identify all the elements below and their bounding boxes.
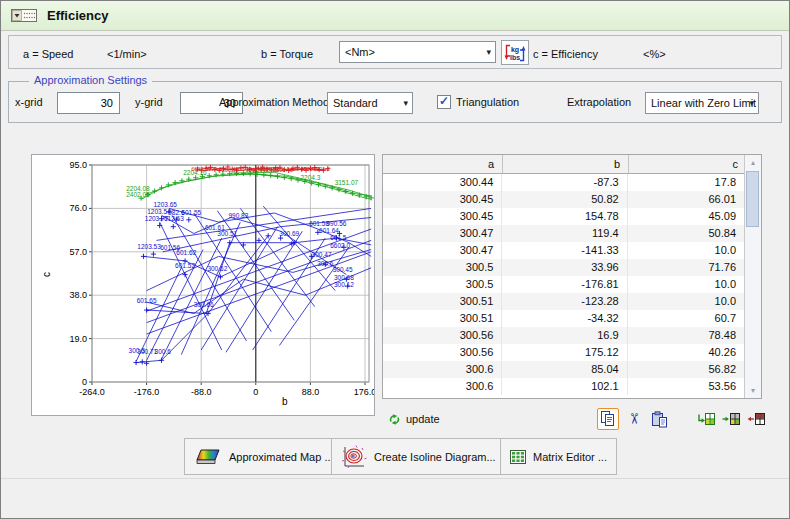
cell-c[interactable]: 10.0: [628, 293, 744, 310]
svg-text:c: c: [41, 272, 52, 277]
cut-button[interactable]: ✂: [623, 408, 645, 430]
torque-unit-select[interactable]: <Nm> ▾: [339, 41, 496, 63]
scroll-up-button[interactable]: ▴: [745, 155, 761, 170]
torque-unit-value: <Nm>: [345, 46, 375, 58]
cell-a[interactable]: 300.45: [383, 208, 502, 225]
cell-b[interactable]: 50.82: [502, 191, 627, 208]
table-row[interactable]: 300.45154.7845.09: [383, 208, 744, 225]
cell-c[interactable]: 56.82: [628, 361, 744, 378]
kg-lbs-converter-button[interactable]: kg lbs: [501, 40, 529, 65]
approximation-method-value: Standard: [333, 97, 378, 109]
table-row[interactable]: 300.685.0456.82: [383, 361, 744, 378]
table-row[interactable]: 300.44-87.317.8: [383, 174, 744, 191]
approximated-map-button[interactable]: Approximated Map ...: [184, 438, 344, 475]
cell-a[interactable]: 300.47: [383, 242, 502, 259]
table-row[interactable]: 300.51-34.3260.7: [383, 310, 744, 327]
cell-a[interactable]: 300.51: [383, 293, 502, 310]
cell-a[interactable]: 300.5: [383, 276, 502, 293]
table-row[interactable]: 300.4550.8266.01: [383, 191, 744, 208]
cell-b[interactable]: -123.28: [502, 293, 627, 310]
cell-a[interactable]: 300.56: [383, 327, 502, 344]
cell-b[interactable]: -87.3: [502, 174, 627, 191]
scrollbar-thumb[interactable]: [746, 171, 759, 227]
cell-b[interactable]: 102.1: [502, 378, 627, 395]
delete-row-button[interactable]: [745, 408, 767, 430]
cell-c[interactable]: 10.0: [628, 242, 744, 259]
cell-a[interactable]: 300.56: [383, 344, 502, 361]
refresh-icon: [388, 413, 401, 426]
cell-b[interactable]: 175.12: [502, 344, 627, 361]
cell-c[interactable]: 10.0: [628, 276, 744, 293]
cell-b[interactable]: 119.4: [502, 225, 627, 242]
cell-c[interactable]: 40.26: [628, 344, 744, 361]
data-table: a b c 300.44-87.317.8300.4550.8266.01300…: [382, 154, 762, 399]
cell-b[interactable]: -34.32: [502, 310, 627, 327]
copy-icon: [600, 411, 616, 427]
scatter-plot-canvas[interactable]: -264.0-176.0-88.0088.0176.0019.038.057.0…: [32, 155, 374, 413]
cell-c[interactable]: 45.09: [628, 208, 744, 225]
chevron-down-icon: ▾: [403, 98, 408, 108]
cell-b[interactable]: 85.04: [502, 361, 627, 378]
create-isoline-diagram-button[interactable]: Create Isoline Diagram...: [331, 438, 506, 475]
cell-b[interactable]: -176.81: [502, 276, 627, 293]
cell-b[interactable]: 154.78: [502, 208, 627, 225]
table-row[interactable]: 300.47-141.3310.0: [383, 242, 744, 259]
svg-text:300.6: 300.6: [317, 260, 334, 267]
table-row[interactable]: 300.6102.153.56: [383, 378, 744, 395]
cell-a[interactable]: 300.6: [383, 361, 502, 378]
cell-c[interactable]: 17.8: [628, 174, 744, 191]
svg-text:95.0: 95.0: [69, 160, 87, 170]
insert-row-button[interactable]: [720, 408, 742, 430]
var-a-label: a = Speed: [23, 48, 73, 60]
svg-text:300.62: 300.62: [207, 265, 227, 272]
cell-c[interactable]: 66.01: [628, 191, 744, 208]
cell-b[interactable]: 33.96: [502, 259, 627, 276]
scroll-down-button[interactable]: ▾: [745, 383, 761, 398]
paste-button[interactable]: [648, 408, 670, 430]
vertical-scrollbar[interactable]: ▴ ▾: [744, 155, 761, 398]
svg-text:6001.2: 6001.2: [313, 166, 330, 172]
var-c-label: c = Efficiency: [533, 48, 598, 60]
cell-c[interactable]: 71.76: [628, 259, 744, 276]
rainbow-map-icon: [194, 447, 222, 467]
cell-a[interactable]: 300.6: [383, 378, 502, 395]
cell-c[interactable]: 50.84: [628, 225, 744, 242]
table-row[interactable]: 300.5616.978.48: [383, 327, 744, 344]
column-header-c[interactable]: c: [629, 155, 746, 173]
isoline-contour-icon: [341, 445, 367, 469]
svg-text:601.55: 601.55: [181, 209, 201, 216]
cell-c[interactable]: 78.48: [628, 327, 744, 344]
svg-text:0: 0: [82, 377, 87, 387]
cell-b[interactable]: -141.33: [502, 242, 627, 259]
cell-a[interactable]: 300.51: [383, 310, 502, 327]
update-button[interactable]: update: [388, 409, 440, 429]
x-grid-input[interactable]: [57, 92, 120, 114]
svg-text:-264.0: -264.0: [79, 387, 105, 397]
column-header-b[interactable]: b: [503, 155, 629, 173]
table-row[interactable]: 300.56175.1240.26: [383, 344, 744, 361]
extrapolation-select[interactable]: Linear with Zero Limit ▾: [645, 92, 759, 114]
copy-button[interactable]: [597, 408, 619, 430]
footer-divider: [1, 478, 789, 479]
append-row-button[interactable]: [695, 408, 717, 430]
triangulation-checkbox[interactable]: [437, 95, 451, 109]
cell-c[interactable]: 53.56: [628, 378, 744, 395]
cell-a[interactable]: 300.45: [383, 191, 502, 208]
table-row[interactable]: 300.47119.450.84: [383, 225, 744, 242]
svg-text:-176.0: -176.0: [134, 387, 160, 397]
cell-a[interactable]: 300.5: [383, 259, 502, 276]
svg-text:b: b: [282, 396, 288, 407]
table-row[interactable]: 300.51-123.2810.0: [383, 293, 744, 310]
cell-b[interactable]: 16.9: [502, 327, 627, 344]
approximated-map-label: Approximated Map ...: [229, 451, 334, 463]
cell-a[interactable]: 300.47: [383, 225, 502, 242]
variables-bar: a = Speed <1/min> b = Torque <Nm> ▾ kg l…: [8, 35, 782, 69]
column-header-a[interactable]: a: [383, 155, 503, 173]
svg-text:lbs: lbs: [510, 54, 520, 61]
table-row[interactable]: 300.533.9671.76: [383, 259, 744, 276]
cell-a[interactable]: 300.44: [383, 174, 502, 191]
cell-c[interactable]: 60.7: [628, 310, 744, 327]
approximation-method-select[interactable]: Standard ▾: [327, 92, 413, 114]
table-row[interactable]: 300.5-176.8110.0: [383, 276, 744, 293]
matrix-editor-button[interactable]: Matrix Editor ...: [500, 438, 617, 475]
